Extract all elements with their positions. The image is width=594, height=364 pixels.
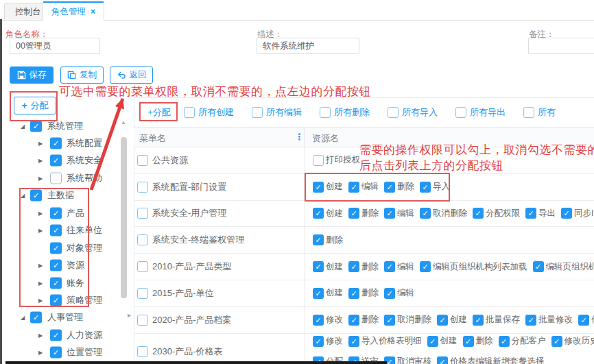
resource-checkbox[interactable]	[313, 336, 324, 347]
resource-permission[interactable]: 导出	[525, 208, 556, 219]
resource-permission[interactable]: 取消删除	[420, 208, 467, 219]
resource-permission[interactable]: 编辑	[384, 287, 414, 299]
collapsed-node-icon[interactable]: ▶	[38, 158, 43, 164]
menu-cell[interactable]: 系统安全-用户管理	[134, 201, 304, 227]
resource-permission[interactable]: 分配权限	[473, 208, 520, 219]
resource-permission[interactable]: 创建	[313, 261, 343, 273]
tree-scrollbar-thumb[interactable]	[121, 137, 127, 298]
tree-node-主数据[interactable]: ◢主数据	[0, 187, 134, 204]
resource-permission[interactable]: 创建	[427, 335, 458, 347]
filter-所有创建[interactable]: 所有创建	[184, 106, 234, 119]
collapsed-node-icon[interactable]: ▶	[38, 228, 43, 234]
menu-cell[interactable]: 2020-产品-产品档案	[134, 307, 304, 333]
resource-checkbox[interactable]	[313, 155, 324, 166]
menu-cell[interactable]: 公共资源	[134, 147, 304, 173]
resource-permission[interactable]: 修改	[313, 335, 343, 347]
tree-checkbox-checked[interactable]	[50, 207, 62, 219]
resource-permission[interactable]: 修改历史	[578, 314, 594, 326]
menu-cell[interactable]: 系统安全-终端鉴权管理	[134, 227, 304, 253]
resource-permission[interactable]: 导入	[420, 181, 450, 193]
role-name-input[interactable]	[10, 38, 100, 54]
resource-permission[interactable]: 创建	[313, 287, 343, 299]
filter-所有导入[interactable]: 所有导入	[388, 106, 438, 119]
resource-checkbox[interactable]	[384, 182, 395, 193]
resource-checkbox[interactable]	[313, 315, 324, 326]
resource-permission[interactable]: 打印授权	[313, 154, 360, 166]
resource-permission[interactable]: 修改	[313, 314, 343, 326]
resource-checkbox[interactable]	[384, 261, 395, 272]
tree-checkbox-checked[interactable]	[50, 295, 62, 306]
resource-checkbox[interactable]	[313, 288, 324, 299]
tree-node-位置管理[interactable]: ▶位置管理	[0, 344, 134, 361]
tree-node-账务[interactable]: ▶账务	[0, 274, 134, 291]
tree-checkbox-checked[interactable]	[50, 277, 62, 289]
resource-permission[interactable]: 删除	[384, 181, 414, 193]
resource-permission[interactable]: 删除	[463, 335, 493, 347]
assign-button-grid[interactable]: +分配	[144, 105, 174, 120]
tree-checkbox-checked[interactable]	[50, 137, 62, 149]
resource-permission[interactable]: 创建	[313, 208, 343, 219]
collapsed-node-icon[interactable]: ▶	[38, 175, 43, 181]
expanded-node-icon[interactable]: ◢	[21, 193, 25, 199]
tree-checkbox-checked[interactable]	[30, 312, 42, 324]
menu-checkbox[interactable]	[137, 234, 148, 245]
tree-checkbox-checked[interactable]	[50, 225, 62, 236]
resource-permission[interactable]: 创建	[313, 181, 343, 193]
resource-checkbox[interactable]	[313, 234, 324, 245]
resource-checkbox[interactable]	[313, 208, 324, 219]
tree-node-人力资源[interactable]: ▶人力资源	[0, 326, 134, 343]
resource-permission[interactable]: 同步IM帐号	[561, 208, 594, 219]
collapsed-node-icon[interactable]: ▶	[38, 280, 43, 286]
resource-checkbox[interactable]	[348, 182, 359, 193]
remark-input[interactable]	[528, 38, 594, 54]
menu-checkbox[interactable]	[137, 315, 148, 326]
tree-checkbox-checked[interactable]	[50, 329, 62, 341]
collapsed-node-icon[interactable]: ▶	[38, 210, 43, 216]
resource-permission[interactable]: 编辑页组织机构添加	[533, 261, 594, 273]
resource-permission[interactable]: 编辑	[384, 261, 414, 273]
menu-checkbox[interactable]	[137, 288, 148, 299]
tree-node-资源[interactable]: ▶资源	[0, 257, 134, 274]
resource-checkbox[interactable]	[533, 261, 544, 272]
description-input[interactable]	[257, 38, 359, 54]
menu-checkbox[interactable]	[137, 182, 148, 193]
resource-permission[interactable]: 编辑	[348, 181, 379, 193]
tree-checkbox-checked[interactable]	[30, 120, 42, 132]
resource-checkbox[interactable]	[578, 315, 589, 326]
resource-permission[interactable]: 删除	[348, 314, 379, 326]
tree-node-人事管理[interactable]: ◢人事管理	[0, 309, 134, 326]
resource-checkbox[interactable]	[437, 315, 448, 326]
resource-checkbox[interactable]	[427, 336, 438, 347]
resource-checkbox[interactable]	[525, 208, 536, 219]
menu-checkbox[interactable]	[137, 155, 148, 166]
resource-permission[interactable]: 取消删除	[384, 314, 431, 326]
tree-node-系统帮助[interactable]: ▶系统帮助	[0, 169, 134, 186]
resource-permission[interactable]: 删除	[348, 261, 379, 273]
filter-checkbox[interactable]	[388, 107, 399, 118]
filter-checkbox[interactable]	[252, 107, 263, 118]
filter-checkbox[interactable]	[455, 107, 466, 118]
filter-所有[interactable]: 所有	[523, 106, 556, 119]
copy-button[interactable]: 复制	[60, 66, 104, 84]
tree-node-系统安全[interactable]: ▶系统安全	[0, 152, 134, 169]
back-button[interactable]: 返回	[110, 66, 153, 84]
resource-checkbox[interactable]	[420, 182, 431, 193]
resource-checkbox[interactable]	[551, 336, 562, 347]
expanded-node-icon[interactable]: ◢	[21, 123, 25, 129]
resource-checkbox[interactable]	[384, 315, 395, 326]
tree-node-系统配置[interactable]: ▶系统配置	[0, 134, 134, 151]
resource-permission[interactable]: 删除	[313, 234, 343, 246]
filter-checkbox[interactable]	[523, 107, 534, 118]
resource-permission[interactable]: 编辑	[384, 208, 414, 219]
resource-permission[interactable]: 批量保存	[473, 314, 520, 326]
tree-node-系统管理[interactable]: ◢系统管理	[0, 117, 134, 134]
column-menu-icon[interactable]: ⋮	[295, 132, 304, 142]
scroll-up-icon[interactable]: ▲	[121, 119, 126, 125]
splitter-collapse-icon[interactable]: ▸	[128, 311, 131, 319]
menu-cell[interactable]: 2030-产品-价格表	[134, 334, 304, 364]
resource-permission[interactable]: 修改历史	[551, 335, 594, 347]
collapsed-node-icon[interactable]: ▶	[38, 332, 43, 338]
resource-checkbox[interactable]	[348, 288, 359, 299]
tab-role-management[interactable]: 角色管理 ×	[43, 1, 104, 21]
assign-button-left[interactable]: + 分配	[14, 97, 56, 114]
